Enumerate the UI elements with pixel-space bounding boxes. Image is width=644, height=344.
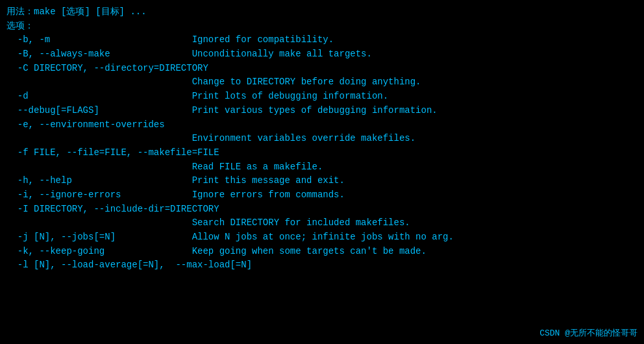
terminal-line: 选项： xyxy=(6,19,638,34)
terminal-line: -k, --keep-going Keep going when some ta… xyxy=(6,245,638,259)
terminal-line: -e, --environment-overrides xyxy=(6,118,638,132)
terminal-line: -B, --always-make Unconditionally make a… xyxy=(6,47,638,62)
terminal-line: -b, -m Ignored for compatibility. xyxy=(6,33,638,47)
terminal-line: -f FILE, --file=FILE, --makefile=FILE xyxy=(6,146,638,160)
terminal-output: 用法：make [选项] [目标] ...选项： -b, -m Ignored … xyxy=(6,5,638,273)
terminal-line: -h, --help Print this message and exit. xyxy=(6,174,638,188)
terminal-line: 用法：make [选项] [目标] ... xyxy=(6,5,638,19)
terminal-window: 用法：make [选项] [目标] ...选项： -b, -m Ignored … xyxy=(0,0,644,344)
terminal-line: -i, --ignore-errors Ignore errors from c… xyxy=(6,188,638,203)
watermark: CSDN @无所不能的怪哥哥 xyxy=(539,327,638,339)
terminal-line: Environment variables override makefiles… xyxy=(6,132,638,146)
terminal-line: -I DIRECTORY, --include-dir=DIRECTORY xyxy=(6,203,638,217)
terminal-line: Change to DIRECTORY before doing anythin… xyxy=(6,75,638,90)
terminal-line: -j [N], --jobs[=N] Allow N jobs at once;… xyxy=(6,230,638,245)
terminal-line: --debug[=FLAGS] Print various types of d… xyxy=(6,104,638,118)
terminal-line: -l [N], --load-average[=N], --max-load[=… xyxy=(6,258,638,273)
terminal-line: -C DIRECTORY, --directory=DIRECTORY xyxy=(6,62,638,76)
terminal-line: -d Print lots of debugging information. xyxy=(6,90,638,104)
terminal-line: Read FILE as a makefile. xyxy=(6,160,638,175)
terminal-line: Search DIRECTORY for included makefiles. xyxy=(6,216,638,230)
